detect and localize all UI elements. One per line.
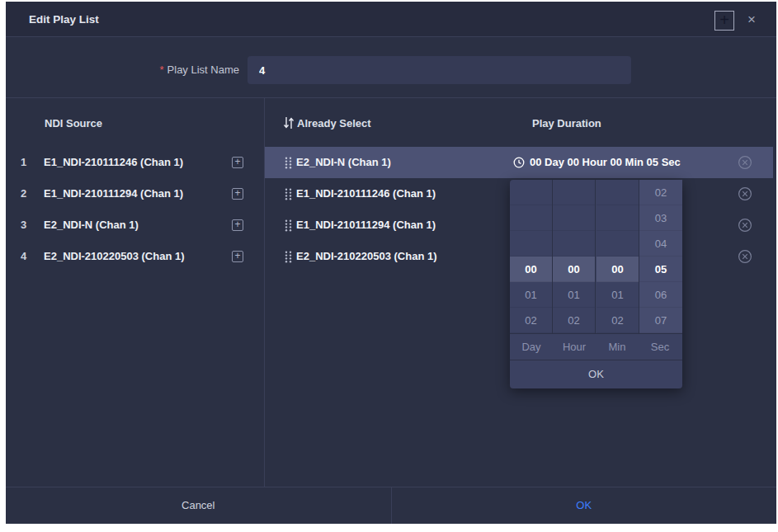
close-icon[interactable]: × — [744, 10, 759, 30]
remove-item-icon[interactable] — [738, 218, 752, 233]
ndi-source-row[interactable]: 4 E2_NDI-210220503 (Chan 1) + — [6, 241, 264, 272]
picker-cell[interactable] — [596, 180, 639, 205]
sort-vertical-icon[interactable] — [283, 116, 295, 129]
drag-handle-icon[interactable] — [285, 157, 292, 169]
playlist-name-label-text: Play List Name — [167, 64, 239, 76]
picker-cell-selected[interactable]: 00 — [596, 257, 639, 282]
picker-cell[interactable] — [553, 205, 595, 231]
picker-cell[interactable]: 01 — [510, 282, 552, 308]
picker-label-sec: Sec — [639, 334, 681, 360]
picker-cell[interactable]: 01 — [553, 282, 595, 308]
duration-value[interactable]: 00 Day 00 Hour 00 Min 05 Sec — [530, 147, 681, 178]
picker-label-min: Min — [596, 334, 639, 360]
row-index: 2 — [21, 178, 26, 210]
row-index: 1 — [21, 147, 26, 178]
picker-cell[interactable]: 02 — [596, 308, 639, 333]
play-duration-header: Play Duration — [532, 112, 601, 135]
already-select-row-selected[interactable]: E2_NDI-N (Chan 1) 00 Day 00 Hour 00 Min … — [265, 147, 773, 178]
add-source-icon[interactable]: + — [232, 219, 243, 231]
picker-cell[interactable]: 04 — [639, 231, 682, 257]
ndi-source-header: NDI Source — [45, 112, 102, 135]
picker-cell-selected[interactable]: 00 — [553, 257, 595, 282]
picker-cell[interactable] — [510, 180, 552, 205]
drag-handle-icon[interactable] — [285, 219, 292, 232]
picker-cell[interactable]: 01 — [596, 282, 639, 308]
edit-playlist-dialog: Edit Play List + × *Play List Name NDI S… — [6, 2, 776, 524]
row-index: 4 — [21, 241, 26, 272]
ndi-source-label: E1_NDI-210111294 (Chan 1) — [44, 178, 183, 210]
dialog-titlebar: Edit Play List + × — [6, 2, 776, 37]
ndi-source-label: E1_NDI-210111246 (Chan 1) — [44, 147, 183, 178]
picker-cell[interactable]: 03 — [639, 205, 682, 231]
picker-cell[interactable]: 06 — [639, 282, 682, 308]
picker-cell[interactable]: 02 — [639, 180, 682, 205]
picker-column-day: 00 01 02 — [510, 180, 553, 333]
picker-ok-button[interactable]: OK — [510, 360, 682, 388]
plus-square-icon[interactable]: + — [714, 11, 734, 31]
cancel-button[interactable]: Cancel — [6, 487, 392, 524]
add-source-icon[interactable]: + — [232, 188, 243, 200]
dialog-content: NDI Source Already Select Play Duration … — [6, 97, 776, 487]
picker-cell-selected[interactable]: 05 — [639, 257, 682, 282]
duration-picker-popup: 00 01 02 00 01 02 00 01 02 02 — [510, 180, 682, 388]
picker-column-min: 00 01 02 — [596, 180, 639, 333]
drag-handle-icon[interactable] — [285, 251, 292, 263]
playlist-name-label: *Play List Name — [6, 56, 239, 84]
dialog-footer: Cancel OK — [6, 487, 776, 524]
picker-cell[interactable] — [510, 205, 552, 231]
ok-button[interactable]: OK — [392, 487, 777, 524]
picker-cell[interactable] — [596, 205, 639, 231]
dialog-title: Edit Play List — [29, 2, 99, 37]
picker-cell[interactable]: 02 — [553, 308, 595, 333]
remove-item-icon[interactable] — [738, 155, 752, 170]
picker-label-hour: Hour — [553, 334, 596, 360]
picker-cell[interactable]: 07 — [639, 308, 682, 333]
add-source-icon[interactable]: + — [232, 157, 243, 168]
playlist-name-input[interactable] — [248, 56, 631, 84]
picker-cell[interactable] — [596, 231, 639, 257]
clock-icon — [513, 157, 525, 168]
required-asterisk: * — [160, 64, 164, 76]
ndi-source-row[interactable]: 3 E2_NDI-N (Chan 1) + — [6, 210, 264, 241]
picker-cell-selected[interactable]: 00 — [510, 257, 552, 282]
remove-item-icon[interactable] — [738, 186, 752, 201]
drag-handle-icon[interactable] — [285, 188, 292, 200]
row-index: 3 — [21, 210, 26, 241]
picker-column-hour: 00 01 02 — [553, 180, 596, 333]
picker-label-day: Day — [510, 334, 553, 360]
ndi-source-label: E2_NDI-N (Chan 1) — [44, 210, 139, 241]
ndi-source-row[interactable]: 1 E1_NDI-210111246 (Chan 1) + — [6, 147, 264, 178]
picker-cell[interactable] — [553, 180, 595, 205]
already-select-label: E2_NDI-N (Chan 1) — [296, 147, 391, 178]
add-source-icon[interactable]: + — [232, 251, 243, 262]
picker-unit-labels: Day Hour Min Sec — [510, 333, 682, 360]
ndi-source-label: E2_NDI-210220503 (Chan 1) — [44, 241, 185, 272]
picker-cell[interactable] — [553, 231, 595, 257]
picker-column-sec: 02 03 04 05 06 07 — [639, 180, 682, 333]
picker-cell[interactable] — [510, 231, 552, 257]
already-select-header: Already Select — [297, 112, 371, 135]
remove-item-icon[interactable] — [738, 249, 752, 264]
already-select-label: E1_NDI-210111294 (Chan 1) — [296, 210, 436, 241]
ndi-source-row[interactable]: 2 E1_NDI-210111294 (Chan 1) + — [6, 178, 264, 210]
already-select-label: E2_NDI-210220503 (Chan 1) — [296, 241, 437, 272]
picker-cell[interactable]: 02 — [510, 308, 552, 333]
already-select-label: E1_NDI-210111246 (Chan 1) — [296, 178, 436, 210]
